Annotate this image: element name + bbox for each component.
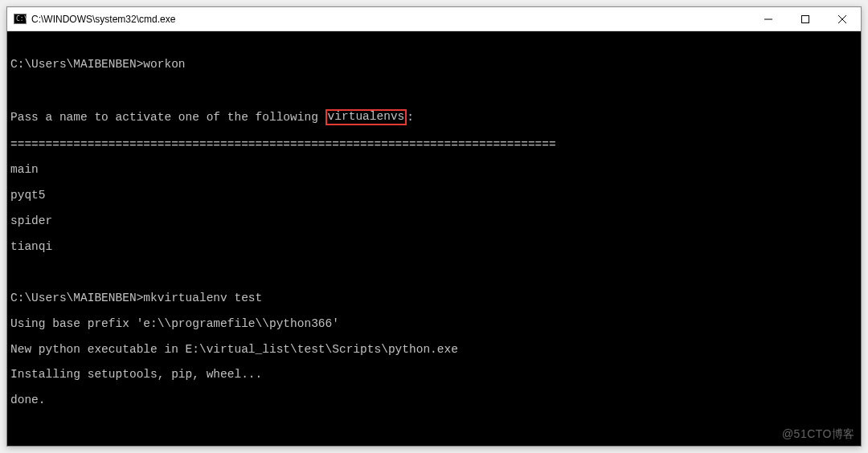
env-item: main	[10, 164, 858, 177]
window-title: C:\WINDOWS\system32\cmd.exe	[31, 14, 175, 25]
prompt-line: C:\Users\MAIBENBEN>workon	[10, 59, 858, 71]
message-text: Pass a name to activate one of the follo…	[10, 111, 326, 124]
prompt: C:\Users\MAIBENBEN>	[10, 292, 143, 304]
output-line: done.	[10, 394, 858, 407]
env-item: tianqi	[10, 241, 858, 254]
command: workon	[143, 58, 185, 71]
cmd-window: C:\ C:\WINDOWS\system32\cmd.exe C:\Users…	[6, 6, 862, 447]
prompt: C:\Users\MAIBENBEN>	[10, 58, 143, 71]
watermark: @51CTO博客	[782, 427, 855, 442]
cmd-icon: C:\	[14, 13, 27, 26]
close-button[interactable]	[824, 7, 861, 31]
svg-text:C:\: C:\	[16, 15, 27, 22]
message-line: Pass a name to activate one of the follo…	[10, 110, 858, 126]
output-line: Using base prefix 'e:\\programefile\\pyt…	[10, 318, 858, 331]
command: mkvirtualenv test	[143, 292, 262, 304]
prompt-line: C:\Users\MAIBENBEN>mkvirtualenv test	[10, 292, 858, 305]
highlight-virtualenvs: virtualenvs	[326, 109, 407, 125]
env-item: spider	[10, 215, 858, 228]
output-line: Installing setuptools, pip, wheel...	[10, 369, 858, 382]
svg-rect-3	[802, 15, 809, 22]
maximize-button[interactable]	[787, 7, 824, 31]
minimize-button[interactable]	[750, 7, 787, 31]
titlebar[interactable]: C:\ C:\WINDOWS\system32\cmd.exe	[7, 7, 861, 31]
prompt: (test) C:\Users\MAIBENBEN>	[10, 445, 192, 446]
message-suffix: :	[407, 111, 414, 124]
output-line: New python executable in E:\virtual_list…	[10, 344, 858, 357]
terminal-output[interactable]: C:\Users\MAIBENBEN>workon Pass a name to…	[7, 31, 861, 446]
env-item: pyqt5	[10, 190, 858, 202]
blank-line	[10, 267, 858, 280]
divider-line: ========================================…	[10, 139, 858, 152]
blank-line	[10, 84, 858, 97]
blank-line	[10, 420, 858, 433]
